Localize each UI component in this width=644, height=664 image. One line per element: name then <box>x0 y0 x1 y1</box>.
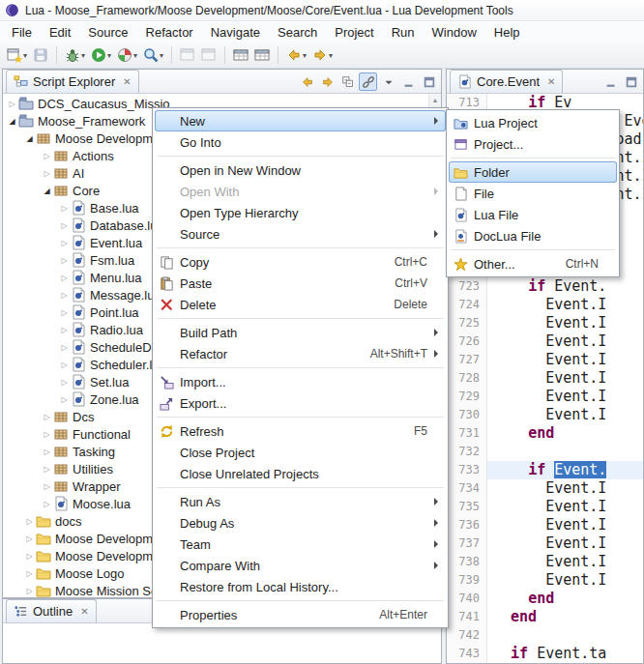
code-text[interactable]: end <box>487 608 643 626</box>
dropdown-arrow-icon[interactable]: ▾ <box>160 51 163 60</box>
nav-back-button[interactable] <box>298 72 316 91</box>
code-line-735[interactable]: 735 Event.I <box>447 498 643 516</box>
context-menu-item-delete[interactable]: DeleteDelete <box>155 294 446 315</box>
expanded-arrow-icon[interactable]: ◢ <box>24 134 35 143</box>
line-number[interactable]: 725 <box>447 314 487 332</box>
context-menu-item-run-as[interactable]: Run As <box>155 491 446 512</box>
context-menu-item-new[interactable]: New <box>155 110 446 131</box>
scroll-up-icon[interactable]: ▲ <box>429 94 441 106</box>
collapsed-arrow-icon[interactable]: ▷ <box>59 239 70 247</box>
line-number[interactable]: 728 <box>447 369 487 388</box>
context-menu-item-compare-with[interactable]: Compare With <box>155 555 446 576</box>
collapsed-arrow-icon[interactable]: ▷ <box>24 587 35 595</box>
collapsed-arrow-icon[interactable]: ▷ <box>42 465 52 474</box>
line-number[interactable]: 738 <box>447 553 487 571</box>
code-line-726[interactable]: 726 Event.I <box>447 332 643 351</box>
code-text[interactable]: Event.I <box>487 388 643 406</box>
line-number[interactable]: 740 <box>447 590 487 608</box>
collapsed-arrow-icon[interactable]: ▷ <box>42 447 52 456</box>
context-menu-item-restore-from-local-history[interactable]: Restore from Local History... <box>155 576 446 597</box>
line-number[interactable]: 742 <box>447 626 487 645</box>
code-text[interactable]: Event.I <box>487 553 643 571</box>
context-menu-item-source[interactable]: Source <box>155 223 446 245</box>
tab-outline[interactable]: Outline ✕ <box>6 599 97 622</box>
line-number[interactable]: 732 <box>447 443 487 461</box>
code-text[interactable]: Event.I <box>487 369 643 388</box>
context-menu-item-copy[interactable]: CopyCtrl+C <box>155 251 446 273</box>
line-number[interactable]: 727 <box>447 351 487 369</box>
context-menu-item-refactor[interactable]: RefactorAlt+Shift+T <box>155 343 446 364</box>
context-menu-item-paste[interactable]: PasteCtrl+V <box>155 273 446 294</box>
new-submenu-item-lua-file[interactable]: Lua File <box>449 204 617 225</box>
collapsed-arrow-icon[interactable]: ▷ <box>59 378 70 387</box>
collapse-all-button[interactable] <box>338 72 357 91</box>
expanded-arrow-icon[interactable]: ◢ <box>42 187 52 195</box>
new-submenu-item-doclua-file[interactable]: DocLua File <box>449 225 617 246</box>
code-line-723[interactable]: 723 if Event. <box>447 277 643 296</box>
code-text[interactable]: end <box>487 590 643 608</box>
menu-project[interactable]: Project <box>326 22 382 43</box>
menu-file[interactable]: File <box>3 22 41 43</box>
context-menu-item-open-in-new-window[interactable]: Open in New Window <box>155 159 446 181</box>
code-line-734[interactable]: 734 Event.I <box>447 479 643 498</box>
line-number[interactable]: 729 <box>447 388 487 406</box>
search-button[interactable]: ▾ <box>141 44 165 66</box>
context-menu-item-close-unrelated-projects[interactable]: Close Unrelated Projects <box>155 463 446 484</box>
code-line-733[interactable]: 733 if Event. <box>447 461 643 479</box>
context-menu-item-close-project[interactable]: Close Project <box>155 442 446 463</box>
context-menu-item-team[interactable]: Team <box>155 534 446 555</box>
context-menu-item-open-type-hierarchy[interactable]: Open Type Hierarchy <box>155 202 446 223</box>
line-number[interactable]: 743 <box>447 645 487 663</box>
line-number[interactable]: 733 <box>447 461 487 479</box>
line-number[interactable]: 723 <box>447 277 487 296</box>
collapsed-arrow-icon[interactable]: ▷ <box>24 534 35 543</box>
view-menu-button[interactable] <box>379 72 397 91</box>
back-button[interactable]: ▾ <box>284 44 308 66</box>
code-line-728[interactable]: 728 Event.I <box>447 369 643 388</box>
line-number[interactable]: 741 <box>447 608 487 626</box>
menu-source[interactable]: Source <box>79 22 136 43</box>
code-text[interactable]: Event.I <box>487 498 643 516</box>
collapsed-arrow-icon[interactable]: ▷ <box>59 395 70 404</box>
line-number[interactable]: 724 <box>447 296 487 314</box>
code-line-741[interactable]: 741 end <box>447 608 643 626</box>
dropdown-arrow-icon[interactable]: ▾ <box>133 51 137 60</box>
code-line-731[interactable]: 731 end <box>447 424 643 443</box>
nav-forward-button[interactable] <box>318 72 337 91</box>
coverage-button[interactable]: ▾ <box>115 44 139 66</box>
code-text[interactable]: if Event. <box>487 461 643 479</box>
context-menu-item-refresh[interactable]: RefreshF5 <box>155 420 446 442</box>
line-number[interactable]: 739 <box>447 571 487 590</box>
collapsed-arrow-icon[interactable]: ▷ <box>42 482 52 491</box>
code-text[interactable] <box>487 626 643 645</box>
new-wizard-button[interactable]: ▾ <box>5 44 29 66</box>
dropdown-arrow-icon[interactable]: ▾ <box>329 51 333 60</box>
code-text[interactable] <box>487 443 643 461</box>
menu-navigate[interactable]: Navigate <box>202 22 269 43</box>
new-submenu-item-other[interactable]: Other...Ctrl+N <box>449 253 617 274</box>
new-submenu-item-lua-project[interactable]: Lua Project <box>449 112 617 133</box>
code-text[interactable]: Event.I <box>487 296 643 314</box>
code-line-739[interactable]: 739 Event.I <box>447 571 643 590</box>
dropdown-arrow-icon[interactable]: ▾ <box>303 51 307 60</box>
dropdown-arrow-icon[interactable]: ▾ <box>23 51 27 60</box>
collapsed-arrow-icon[interactable]: ▷ <box>42 169 52 178</box>
menu-refactor[interactable]: Refactor <box>137 22 202 43</box>
mark-occurrences-button[interactable] <box>252 44 272 66</box>
debug-button[interactable]: ▾ <box>63 44 87 66</box>
menu-search[interactable]: Search <box>269 22 326 43</box>
context-menu-item-export[interactable]: Export... <box>155 392 446 414</box>
context-menu-item-debug-as[interactable]: Debug As <box>155 512 446 534</box>
close-icon[interactable]: ✕ <box>123 76 131 87</box>
code-line-738[interactable]: 738 Event.I <box>447 553 643 571</box>
collapsed-arrow-icon[interactable]: ▷ <box>59 291 70 300</box>
close-icon[interactable]: ✕ <box>547 76 555 87</box>
code-text[interactable]: Event.I <box>487 534 643 553</box>
new-submenu-item-folder[interactable]: Folder <box>449 161 617 183</box>
editor-maximize-button[interactable] <box>622 72 640 91</box>
new-snippet-button[interactable] <box>231 44 250 66</box>
code-line-732[interactable]: 732 <box>447 443 643 461</box>
tab-script-explorer[interactable]: Script Explorer ✕ <box>6 70 139 93</box>
collapsed-arrow-icon[interactable]: ▷ <box>59 256 70 265</box>
code-text[interactable]: Event.I <box>487 351 643 369</box>
